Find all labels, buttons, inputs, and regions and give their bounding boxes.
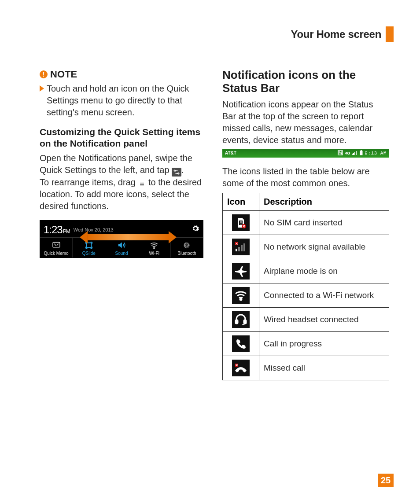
svg-rect-20 bbox=[244, 320, 246, 324]
desc-1: No network signal available bbox=[259, 235, 389, 259]
desc-6: Missed call bbox=[259, 356, 389, 380]
qslide-icon bbox=[73, 240, 105, 250]
bullet-triangle-icon bbox=[40, 85, 44, 92]
edit-toggle-icon bbox=[172, 168, 181, 177]
qs-item-quickmemo: Quick Memo bbox=[40, 238, 73, 258]
wifi-icon bbox=[232, 287, 250, 304]
arrow-left-icon bbox=[80, 231, 88, 243]
alert-icon: ! bbox=[40, 70, 48, 78]
battery-icon bbox=[360, 150, 363, 156]
page-header: Your Home screen bbox=[40, 26, 394, 42]
quick-settings-screenshot: 1:23PM Wed Nov 20, 2013 Quick Memo bbox=[40, 220, 203, 258]
desc-5: Call in progress bbox=[259, 331, 389, 356]
para-rearrange: To rearrange items, drag ≡ to the desire… bbox=[40, 177, 206, 212]
svg-rect-1 bbox=[86, 243, 91, 247]
para1-b: . bbox=[181, 165, 184, 175]
signal-icon bbox=[352, 151, 358, 156]
note-label: NOTE bbox=[50, 69, 77, 80]
svg-rect-13 bbox=[236, 249, 237, 251]
svg-point-2 bbox=[154, 247, 155, 248]
svg-rect-15 bbox=[241, 245, 243, 251]
heading-notification-icons: Notification icons on the Status Bar bbox=[222, 69, 389, 95]
table-row: Wired headset connected bbox=[223, 307, 389, 331]
table-row: No network signal available bbox=[223, 235, 389, 259]
missed-call-icon bbox=[232, 360, 250, 376]
svg-rect-14 bbox=[238, 247, 240, 251]
subheading-customizing: Customizing the Quick Setting items on t… bbox=[40, 126, 206, 150]
desc-0: No SIM card inserted bbox=[259, 210, 389, 235]
svg-rect-9 bbox=[361, 150, 362, 151]
after-strip-text: The icons listed in the table below are … bbox=[222, 166, 389, 189]
qs-topbar: 1:23PM Wed Nov 20, 2013 bbox=[40, 221, 203, 237]
desc-2: Airplane mode is on bbox=[259, 259, 389, 283]
status-time: 9:13 AM bbox=[365, 151, 387, 156]
th-desc: Description bbox=[259, 193, 389, 210]
svg-rect-7 bbox=[354, 152, 355, 155]
right-column: Notification icons on the Status Bar Not… bbox=[222, 69, 389, 380]
para1-a: Open the Notifications panel, swipe the … bbox=[40, 153, 192, 175]
svg-rect-10 bbox=[360, 151, 363, 155]
header-accent bbox=[386, 26, 394, 42]
qs-label-4: Bluetooth bbox=[171, 251, 203, 256]
desc-3: Connected to a Wi-Fi network bbox=[259, 283, 389, 307]
4g-icon: 4G bbox=[345, 151, 350, 155]
qs-time: 1:23PM bbox=[44, 224, 70, 236]
th-icon: Icon bbox=[223, 193, 259, 210]
left-column: ! NOTE Touch and hold an icon on the Qui… bbox=[40, 69, 206, 380]
arrow-right-icon bbox=[169, 231, 177, 243]
note-bullet: Touch and hold an icon on the Quick Sett… bbox=[40, 83, 206, 118]
svg-rect-6 bbox=[353, 153, 354, 155]
page-number: 25 bbox=[378, 474, 394, 487]
table-row: No SIM card inserted bbox=[223, 210, 389, 235]
icon-table: Icon Description No SIM card inserted No… bbox=[222, 193, 389, 380]
table-row: Connected to a Wi-Fi network bbox=[223, 283, 389, 307]
quickmemo-icon bbox=[40, 240, 72, 250]
no-signal-icon bbox=[232, 239, 250, 255]
qs-label-3: Wi-Fi bbox=[138, 251, 170, 256]
para2-a: To rearrange items, drag bbox=[40, 177, 138, 187]
svg-rect-8 bbox=[356, 151, 357, 155]
desc-4: Wired headset connected bbox=[259, 307, 389, 331]
table-row: Call in progress bbox=[223, 331, 389, 356]
drag-handle-icon: ≡ bbox=[138, 181, 146, 188]
intro-text: Notification icons appear on the Status … bbox=[222, 99, 389, 146]
arrow-bar bbox=[88, 234, 169, 240]
svg-rect-5 bbox=[352, 154, 353, 155]
table-header-row: Icon Description bbox=[223, 193, 389, 210]
note-heading: ! NOTE bbox=[40, 69, 206, 80]
call-icon bbox=[232, 335, 250, 352]
qs-ampm: PM bbox=[63, 228, 70, 235]
swipe-arrow bbox=[80, 233, 177, 242]
qs-label-1: QSlide bbox=[73, 251, 105, 256]
qs-label-2: Sound bbox=[105, 251, 137, 256]
nfc-icon bbox=[338, 150, 343, 156]
qs-time-val: 1:23 bbox=[44, 224, 63, 235]
svg-rect-0 bbox=[53, 242, 60, 247]
note-text: Touch and hold an icon on the Quick Sett… bbox=[47, 83, 206, 118]
table-row: Airplane mode is on bbox=[223, 259, 389, 283]
header-title: Your Home screen bbox=[291, 28, 382, 40]
carrier-label: AT&T bbox=[225, 151, 236, 155]
svg-rect-19 bbox=[236, 320, 238, 324]
headset-icon bbox=[232, 311, 250, 328]
svg-point-18 bbox=[240, 298, 242, 300]
wifi-small-icon bbox=[138, 240, 170, 250]
table-row: Missed call bbox=[223, 356, 389, 380]
no-sim-icon bbox=[232, 214, 250, 231]
gear-icon bbox=[192, 224, 199, 235]
qs-label-0: Quick Memo bbox=[40, 251, 72, 256]
airplane-icon bbox=[232, 263, 250, 280]
para-open-panel: Open the Notifications panel, swipe the … bbox=[40, 152, 206, 177]
sound-icon bbox=[105, 240, 137, 250]
svg-rect-16 bbox=[243, 243, 245, 251]
status-bar-strip: AT&T 4G 9:13 AM bbox=[222, 149, 389, 158]
